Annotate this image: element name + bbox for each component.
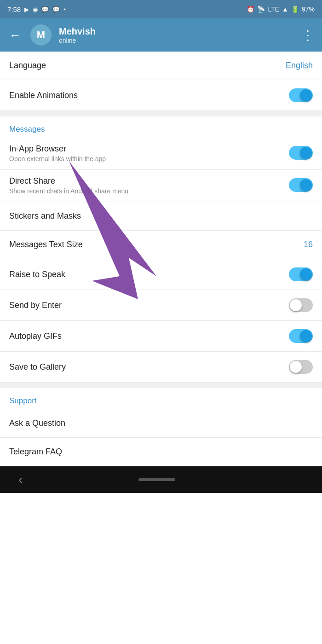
raise-to-speak-label: Raise to Speak [9, 270, 65, 279]
nav-back-button[interactable]: ‹ [18, 472, 23, 487]
save-to-gallery-label: Save to Gallery [9, 362, 66, 372]
status-left: 7:58 ▶ ◉ 💬 💬 • [7, 6, 66, 13]
status-time: 7:58 [7, 6, 21, 13]
send-by-enter-row[interactable]: Send by Enter [0, 290, 322, 321]
lte-label: LTE [268, 6, 279, 13]
language-label: Language [9, 61, 46, 70]
support-section-header: Support [0, 388, 322, 409]
direct-share-toggle[interactable] [289, 178, 313, 192]
more-options-button[interactable]: ⋮ [301, 28, 315, 43]
save-to-gallery-toggle[interactable] [289, 360, 313, 374]
messages-text-size-label: Messages Text Size [9, 240, 83, 249]
instagram-icon: ◉ [33, 6, 38, 13]
language-value: English [286, 61, 313, 70]
app-bar: ← M Mehvish online ⋮ [0, 18, 322, 52]
section-separator-1 [0, 111, 322, 116]
youtube-icon: ▶ [24, 6, 29, 13]
messages-text-size-row[interactable]: Messages Text Size 16 [0, 231, 322, 259]
settings-container: Language English Enable Animations Messa… [0, 52, 322, 466]
status-bar: 7:58 ▶ ◉ 💬 💬 • ⏰ 📡 LTE ▲ 🔋 97% [0, 0, 322, 18]
cast-icon: 📡 [257, 6, 265, 13]
enable-animations-toggle[interactable] [289, 88, 313, 102]
autoplay-gifs-toggle[interactable] [289, 329, 313, 343]
autoplay-gifs-label: Autoplay GIFs [9, 331, 62, 341]
enable-animations-label: Enable Animations [9, 91, 78, 100]
stickers-and-masks-label: Stickers and Masks [9, 211, 81, 221]
direct-share-label: Direct Share [9, 176, 128, 186]
alarm-icon: ⏰ [247, 6, 254, 13]
autoplay-gifs-row[interactable]: Autoplay GIFs [0, 321, 322, 352]
telegram-faq-row[interactable]: Telegram FAQ [0, 438, 322, 466]
direct-share-row[interactable]: Direct Share Show recent chats in Androi… [0, 170, 322, 202]
nav-home-pill[interactable] [138, 478, 175, 481]
app-bar-info: Mehvish online [59, 26, 294, 44]
send-by-enter-label: Send by Enter [9, 301, 62, 310]
back-button[interactable]: ← [7, 26, 23, 44]
battery-pct: 97% [302, 6, 315, 13]
raise-to-speak-row[interactable]: Raise to Speak [0, 259, 322, 290]
avatar: M [30, 24, 52, 46]
ask-a-question-row[interactable]: Ask a Question [0, 409, 322, 438]
in-app-browser-label: In-App Browser [9, 144, 106, 154]
ask-a-question-label: Ask a Question [9, 418, 65, 428]
section-separator-2 [0, 383, 322, 388]
support-section-title: Support [9, 396, 37, 405]
save-to-gallery-row[interactable]: Save to Gallery [0, 352, 322, 383]
stickers-and-masks-row[interactable]: Stickers and Masks [0, 202, 322, 231]
messages-text-size-value: 16 [304, 240, 313, 249]
chat2-icon: 💬 [52, 6, 60, 13]
raise-to-speak-toggle[interactable] [289, 267, 313, 281]
language-row[interactable]: Language English [0, 52, 322, 80]
signal-icon: ▲ [282, 6, 288, 13]
messages-section-title: Messages [9, 125, 45, 133]
direct-share-sublabel: Show recent chats in Android share menu [9, 187, 128, 195]
dot-icon: • [63, 6, 66, 13]
chat-icon: 💬 [41, 6, 49, 13]
bottom-nav-bar: ‹ [0, 466, 322, 493]
contact-status: online [59, 37, 294, 44]
battery-icon: 🔋 [291, 6, 299, 13]
status-right: ⏰ 📡 LTE ▲ 🔋 97% [247, 6, 315, 13]
in-app-browser-row[interactable]: In-App Browser Open external links withi… [0, 138, 322, 170]
in-app-browser-toggle[interactable] [289, 146, 313, 160]
send-by-enter-toggle[interactable] [289, 298, 313, 312]
in-app-browser-sublabel: Open external links within the app [9, 155, 106, 162]
enable-animations-row[interactable]: Enable Animations [0, 80, 322, 111]
telegram-faq-label: Telegram FAQ [9, 447, 62, 457]
direct-share-text: Direct Share Show recent chats in Androi… [9, 176, 128, 195]
contact-name: Mehvish [59, 26, 294, 37]
page-wrapper: 7:58 ▶ ◉ 💬 💬 • ⏰ 📡 LTE ▲ 🔋 97% ← M Mehvi… [0, 0, 322, 493]
in-app-browser-text: In-App Browser Open external links withi… [9, 144, 106, 162]
messages-section-header: Messages [0, 116, 322, 138]
